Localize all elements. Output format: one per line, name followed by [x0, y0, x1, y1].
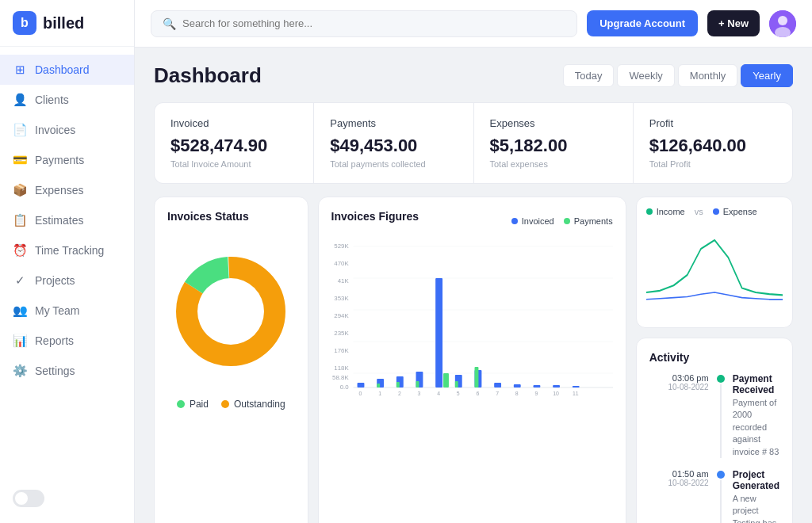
sidebar-item-projects[interactable]: ✓ Projects [0, 265, 134, 296]
vs-text: vs [695, 207, 703, 216]
stat-value: $126,640.00 [649, 136, 776, 156]
nav-label-invoices: Invoices [35, 124, 75, 136]
theme-toggle[interactable] [13, 490, 44, 507]
estimates-icon: 📋 [13, 213, 27, 227]
legend-outstanding: Outstanding [221, 399, 285, 410]
invoice-figures-title: Invoices Figures [331, 210, 419, 223]
svg-text:4: 4 [437, 391, 440, 396]
logo-text: billed [43, 14, 84, 32]
bar-chart-header: Invoices Figures Invoiced Payments [331, 210, 613, 232]
search-box[interactable]: 🔍 [151, 10, 577, 37]
invoice-status-title: Invoices Status [167, 210, 295, 223]
svg-text:3: 3 [417, 391, 420, 396]
upgrade-button[interactable]: Upgrade Account [587, 10, 698, 36]
svg-text:10: 10 [553, 391, 559, 396]
svg-text:41K: 41K [337, 277, 349, 284]
nav-label-dashboard: Dashboard [35, 63, 90, 76]
avatar[interactable] [769, 10, 796, 37]
sidebar-item-settings[interactable]: ⚙️ Settings [0, 356, 134, 386]
logo-icon: b [13, 11, 36, 35]
svg-text:353K: 353K [334, 295, 349, 302]
svg-rect-24 [377, 384, 380, 387]
search-input[interactable] [182, 17, 565, 29]
income-vs-expense: Income vs Expense [646, 207, 783, 216]
expense-legend: Expense [713, 207, 757, 216]
bar-legend: Invoiced Payments [511, 216, 613, 226]
nav-label-projects: Projects [35, 274, 75, 287]
time-filter-weekly[interactable]: Weekly [617, 64, 674, 87]
svg-rect-22 [357, 383, 364, 387]
stat-sub: Total Profit [649, 159, 776, 169]
expenses-icon: 📦 [13, 183, 27, 197]
dashboard-icon: ⊞ [13, 63, 27, 77]
sidebar-nav: ⊞ Dashboard 👤 Clients 📄 Invoices 💳 Payme… [0, 47, 134, 482]
activity-event-title: Payment Received [733, 373, 779, 395]
svg-rect-37 [533, 385, 540, 387]
stat-label: Invoiced [170, 117, 297, 129]
bar-chart-svg: 529K 470K 41K 353K 294K 235K 176K 118K 5… [331, 239, 613, 397]
stat-card-invoiced: Invoiced $528,474.90 Total Invoice Amoun… [155, 103, 313, 183]
sidebar-item-time-tracking[interactable]: ⏰ Time Tracking [0, 235, 134, 265]
stat-value: $528,474.90 [170, 136, 297, 156]
payments-legend-dot [564, 218, 570, 224]
activity-line [720, 480, 722, 523]
svg-rect-34 [474, 367, 478, 387]
income-expense-card: Income vs Expense [636, 197, 793, 328]
invoiced-legend-dot [511, 218, 518, 224]
sidebar-item-reports[interactable]: 📊 Reports [0, 326, 134, 356]
svg-text:6: 6 [476, 391, 479, 396]
stat-value: $5,182.00 [490, 136, 617, 156]
activity-content: Payment Received Payment of 2000 recorde… [733, 373, 779, 458]
svg-text:9: 9 [534, 391, 538, 396]
sidebar-item-my-team[interactable]: 👥 My Team [0, 296, 134, 326]
reports-icon: 📊 [13, 334, 27, 348]
sidebar-item-estimates[interactable]: 📋 Estimates [0, 205, 134, 235]
activity-time: 01:50 am 10-08-2022 [649, 469, 709, 523]
svg-text:0: 0 [358, 391, 362, 396]
sidebar-item-invoices[interactable]: 📄 Invoices [0, 115, 134, 145]
stat-sub: Total expenses [490, 159, 617, 169]
nav-label-time-tracking: Time Tracking [35, 244, 104, 257]
svg-rect-38 [553, 385, 560, 387]
charts-row: Invoices Status Paid [154, 197, 793, 523]
expense-label: Expense [723, 207, 757, 216]
income-label: Income [657, 207, 685, 216]
time-filter-yearly[interactable]: Yearly [741, 64, 793, 87]
new-button[interactable]: + New [707, 10, 760, 36]
nav-label-expenses: Expenses [35, 184, 83, 197]
svg-text:2: 2 [397, 391, 400, 396]
stat-card-payments: Payments $49,453.00 Total payments colle… [314, 103, 473, 183]
activity-items: 03:06 pm 10-08-2022 Payment Received Pay… [649, 373, 779, 523]
header: 🔍 Upgrade Account + New [135, 0, 812, 48]
svg-rect-36 [513, 384, 520, 387]
activity-dot [717, 471, 725, 479]
sidebar-item-payments[interactable]: 💳 Payments [0, 145, 134, 175]
income-legend: Income [646, 207, 685, 216]
invoice-status-card: Invoices Status Paid [154, 197, 308, 523]
activity-time: 03:06 pm 10-08-2022 [649, 373, 709, 458]
sidebar-item-dashboard[interactable]: ⊞ Dashboard [0, 55, 134, 85]
stats-row: Invoiced $528,474.90 Total Invoice Amoun… [154, 102, 793, 184]
activity-event-desc: Payment of 2000 recorded against invoice… [733, 397, 779, 458]
sidebar-item-clients[interactable]: 👤 Clients [0, 85, 134, 115]
svg-text:1: 1 [378, 391, 381, 396]
svg-rect-29 [435, 278, 442, 387]
page-header: Dashboard TodayWeeklyMonthlyYearly [154, 63, 793, 88]
time-filter-today[interactable]: Today [563, 64, 615, 87]
bar-legend-invoiced: Invoiced [511, 216, 554, 226]
expense-dot [713, 208, 719, 215]
time-filter-monthly[interactable]: Monthly [678, 64, 738, 87]
sidebar-item-expenses[interactable]: 📦 Expenses [0, 175, 134, 205]
stat-label: Profit [649, 117, 776, 129]
activity-card: Activity 03:06 pm 10-08-2022 Payment Rec… [636, 338, 793, 523]
stat-card-profit: Profit $126,640.00 Total Profit [634, 103, 792, 183]
svg-text:58.8K: 58.8K [332, 374, 349, 381]
time-tracking-icon: ⏰ [13, 243, 27, 258]
svg-rect-35 [494, 383, 501, 387]
nav-label-settings: Settings [35, 365, 75, 377]
activity-dot-line [717, 373, 725, 458]
nav-label-reports: Reports [35, 334, 74, 347]
legend-paid: Paid [177, 399, 209, 410]
svg-point-1 [778, 16, 787, 25]
svg-point-5 [197, 278, 264, 345]
